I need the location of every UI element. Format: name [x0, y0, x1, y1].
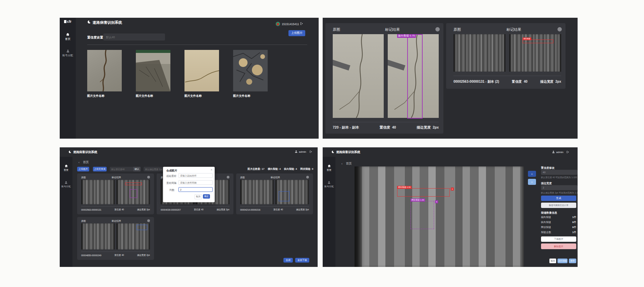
sidebar: 首页 账号分配: [323, 157, 335, 267]
photo-caption: 图片文件名称: [233, 94, 250, 98]
stat-row-transverse: 横向裂缝1个: [541, 216, 576, 219]
generate-button[interactable]: 生成: [541, 196, 576, 201]
annotation-box-mesh-crack[interactable]: [130, 189, 137, 198]
stroke-value: 2px: [147, 208, 150, 211]
stat-transverse: 横向裂缝: 4: [268, 167, 281, 171]
original-label: 原图: [333, 27, 340, 32]
marked-label: 标记结果: [271, 176, 280, 179]
summary-stats: 图片总数量: 17 横向裂缝: 4 纵向裂缝: 4 网状裂缝: 9: [248, 167, 313, 171]
confidence-input[interactable]: [103, 33, 165, 41]
annotated-image[interactable]: 横向裂缝 0.55 × 网状裂缝 1.00 ×: [355, 166, 524, 267]
upload-image-button[interactable]: 上传图片: [288, 30, 305, 36]
annotation-box-transverse-crack[interactable]: [125, 183, 142, 185]
user-phone: 15151415411: [282, 22, 299, 26]
crack-graphic: [184, 50, 219, 91]
upload-folder-button[interactable]: 上传文件夹: [93, 167, 107, 171]
sidebar-item-home[interactable]: 首页: [323, 164, 335, 172]
annotation-tag: 网状裂缝 1.00: [411, 199, 425, 202]
confidence-input[interactable]: [541, 170, 578, 175]
stroke-meta: 描边宽度 2px: [137, 254, 150, 257]
prev-image-button[interactable]: ‹: [528, 171, 536, 177]
logout-icon[interactable]: [309, 150, 313, 153]
visibility-toggle[interactable]: [147, 176, 150, 178]
breadcrumb[interactable]: ‹ 首页: [341, 161, 352, 166]
brand-crescent-icon: [68, 150, 71, 154]
confirm-button[interactable]: 确认: [133, 167, 141, 171]
sidebar-item-accounts[interactable]: 账号分配: [60, 49, 76, 57]
close-icon[interactable]: ×: [211, 168, 212, 171]
original-image[interactable]: [240, 180, 274, 204]
image-name: 720 - 副本 - 副本: [333, 125, 359, 130]
panel-editor: 道路病害识别系统 admin 首页 账号分配 ‹ 首页 横向裂缝 0.55 × …: [323, 147, 578, 267]
marked-image[interactable]: [116, 180, 150, 204]
card-meta-row: 720 - 副本 - 副本 置信度 40 描边宽度 2px: [333, 125, 439, 130]
avatar[interactable]: [276, 22, 280, 26]
annotation-box-vertical-crack[interactable]: [407, 34, 423, 119]
visibility-toggle[interactable]: [227, 176, 229, 178]
back-button[interactable]: 返回: [549, 259, 556, 263]
sidebar-item-accounts[interactable]: 账号分配: [60, 181, 72, 188]
annotation-box[interactable]: [279, 191, 289, 201]
marked-image[interactable]: 横向裂缝: [509, 34, 561, 72]
logout-icon[interactable]: [300, 22, 304, 25]
upload-image-button[interactable]: 上传图片: [77, 167, 89, 171]
mileage-interval-input[interactable]: [178, 180, 213, 185]
annotation-box-transverse-crack[interactable]: [397, 188, 450, 197]
sidebar-item-home[interactable]: 首页: [60, 32, 76, 41]
sidebar-item-accounts[interactable]: 账号分配: [323, 181, 335, 188]
confidence-meta: 置信度 40: [194, 208, 204, 211]
breadcrumb[interactable]: ‹ 首页: [78, 160, 89, 164]
visibility-toggle[interactable]: [435, 27, 440, 31]
card-divider: [333, 122, 439, 122]
patch-graphic: [136, 50, 170, 91]
visibility-toggle[interactable]: [557, 27, 562, 31]
result-card: 原图 标记结果 横向裂缝 00002563-00000131 - 副本 (2) …: [446, 23, 566, 89]
download-image-label: 下载图片: [554, 237, 564, 241]
save-button[interactable]: 保存: [569, 259, 576, 263]
marked-image[interactable]: 纵向裂缝 0.75: [388, 34, 439, 118]
columns-input[interactable]: [178, 187, 213, 192]
original-image[interactable]: [453, 34, 505, 72]
annotation-box[interactable]: [137, 225, 147, 230]
download-image-button[interactable]: 下载图片: [541, 236, 576, 242]
original-image[interactable]: [333, 34, 384, 118]
stat-label: 网状裂缝: [541, 226, 551, 229]
marked-image[interactable]: [116, 223, 150, 249]
visibility-toggle[interactable]: [147, 219, 150, 222]
stroke-width-input[interactable]: [541, 185, 578, 190]
marked-image[interactable]: [275, 180, 309, 204]
annotation-box-transverse-crack[interactable]: [523, 40, 553, 43]
cancel-label: 取消: [196, 195, 201, 198]
save-label: 保存: [571, 260, 575, 263]
default-confidence-input[interactable]: [110, 167, 136, 171]
marked-label: 标记结果: [506, 27, 521, 32]
visibility-toggle[interactable]: [306, 176, 309, 178]
calculate-info-button[interactable]: 裂缝与病害信息计算: [541, 203, 576, 208]
user-name: admin: [299, 150, 306, 153]
stat-value: 9: [312, 167, 313, 170]
original-image[interactable]: [81, 223, 115, 249]
original-image[interactable]: [81, 180, 115, 204]
download-all-button[interactable]: 全部下载: [295, 258, 309, 263]
stat-label: 横向裂缝:: [268, 167, 279, 170]
cancel-button[interactable]: 取消: [195, 194, 202, 199]
photo-card[interactable]: [87, 50, 122, 91]
stat-label: 纵向裂缝: [541, 221, 551, 224]
start-mileage-input[interactable]: [178, 173, 213, 178]
ok-button[interactable]: 确定: [203, 194, 210, 199]
sidebar-item-home[interactable]: 首页: [60, 164, 72, 172]
compose-modal: 合成图片 × 起始里程 里程间隔 列数 取消 确定: [163, 167, 215, 202]
logout-icon[interactable]: [566, 150, 570, 154]
next-image-button[interactable]: ›: [528, 179, 536, 185]
compose-button[interactable]: 合成: [283, 258, 293, 263]
delete-annotation-icon[interactable]: ×: [435, 200, 438, 203]
card-divider: [81, 252, 150, 252]
delete-image-button[interactable]: 删除图片: [541, 243, 576, 249]
delete-annotation-icon[interactable]: ×: [451, 188, 454, 191]
photo-card[interactable]: [136, 50, 170, 91]
crack-stats-title: 裂缝数量信息: [541, 211, 557, 215]
run-clear-button[interactable]: 运行清除: [557, 259, 568, 263]
photo-card[interactable]: [233, 50, 268, 91]
photo-card[interactable]: [184, 50, 219, 91]
annotation-box-mesh-crack[interactable]: [411, 201, 434, 229]
